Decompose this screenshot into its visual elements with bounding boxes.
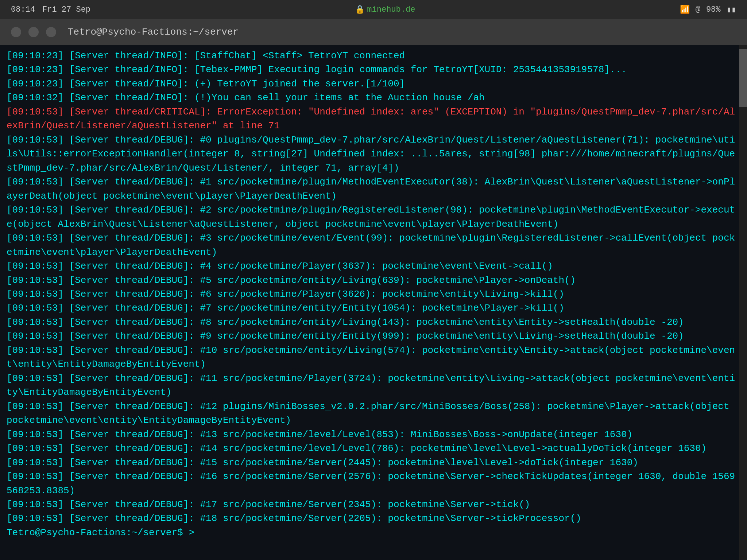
prompt-line: Tetro@Psycho-Factions:~/server$ >: [7, 526, 740, 540]
status-bar: 08:14 Fri 27 Sep 🔒 minehub.de 📶 @ 98% ▮▮: [0, 0, 747, 19]
terminal-line: [09:10:53] [Server thread/DEBUG]: #16 sr…: [7, 470, 740, 498]
terminal-line: [09:10:53] [Server thread/DEBUG]: #2 src…: [7, 203, 740, 231]
status-left: 08:14 Fri 27 Sep: [11, 5, 90, 14]
window-minimize-btn[interactable]: [28, 27, 39, 37]
scrollbar[interactable]: [739, 45, 747, 560]
terminal-line: [09:10:53] [Server thread/DEBUG]: #14 sr…: [7, 442, 740, 455]
terminal-line: [09:10:53] [Server thread/DEBUG]: #6 src…: [7, 287, 740, 301]
wifi-icon: 📶: [680, 5, 690, 15]
terminal-line: [09:10:53] [Server thread/DEBUG]: #18 sr…: [7, 512, 740, 525]
battery: 98%: [706, 5, 721, 14]
terminal-line: [09:10:23] [Server thread/INFO]: (+) Tet…: [7, 77, 740, 91]
window-title: Tetro@Psycho-Factions:~/server: [68, 27, 239, 38]
terminal-output: [09:10:23] [Server thread/INFO]: [StaffC…: [7, 49, 740, 526]
battery-icon: ▮▮: [726, 5, 736, 15]
terminal-line: [09:10:53] [Server thread/DEBUG]: #1 src…: [7, 175, 740, 203]
terminal-line: [09:10:53] [Server thread/DEBUG]: #15 sr…: [7, 456, 740, 470]
terminal-line: [09:10:53] [Server thread/DEBUG]: #0 plu…: [7, 133, 740, 175]
terminal-line: [09:10:53] [Server thread/DEBUG]: #7 src…: [7, 301, 740, 315]
window-maximize-btn[interactable]: [46, 27, 56, 37]
terminal-line: [09:10:23] [Server thread/INFO]: [Tebex-…: [7, 63, 740, 77]
terminal-line: [09:10:53] [Server thread/DEBUG]: #11 sr…: [7, 372, 740, 400]
terminal-line: [09:10:53] [Server thread/DEBUG]: #10 sr…: [7, 343, 740, 372]
terminal-line: [09:10:53] [Server thread/DEBUG]: #5 src…: [7, 273, 740, 287]
terminal-line: [09:10:53] [Server thread/DEBUG]: #9 src…: [7, 329, 740, 343]
date: Fri 27 Sep: [42, 5, 90, 14]
terminal-line: [09:10:53] [Server thread/CRITICAL]: Err…: [7, 105, 740, 133]
terminal-line: [09:10:32] [Server thread/INFO]: (!)You …: [7, 91, 740, 105]
url: minehub.de: [367, 5, 415, 14]
lock-icon: 🔒: [355, 5, 365, 15]
scrollbar-thumb[interactable]: [739, 49, 747, 107]
window-close-btn[interactable]: [11, 27, 21, 37]
terminal-line: [09:10:53] [Server thread/DEBUG]: #17 sr…: [7, 498, 740, 512]
terminal-line: [09:10:23] [Server thread/INFO]: [StaffC…: [7, 49, 740, 63]
title-bar: Tetro@Psycho-Factions:~/server: [0, 19, 747, 45]
status-right: 📶 @ 98% ▮▮: [680, 5, 736, 15]
terminal-line: [09:10:53] [Server thread/DEBUG]: #4 src…: [7, 259, 740, 273]
signal-icon: @: [696, 5, 700, 14]
time: 08:14: [11, 5, 35, 14]
terminal[interactable]: [09:10:23] [Server thread/INFO]: [StaffC…: [0, 45, 747, 560]
terminal-line: [09:10:53] [Server thread/DEBUG]: #3 src…: [7, 231, 740, 259]
terminal-line: [09:10:53] [Server thread/DEBUG]: #13 sr…: [7, 428, 740, 442]
terminal-line: [09:10:53] [Server thread/DEBUG]: #12 pl…: [7, 400, 740, 428]
terminal-line: [09:10:53] [Server thread/DEBUG]: #8 src…: [7, 315, 740, 329]
status-center: 🔒 minehub.de: [355, 5, 415, 15]
